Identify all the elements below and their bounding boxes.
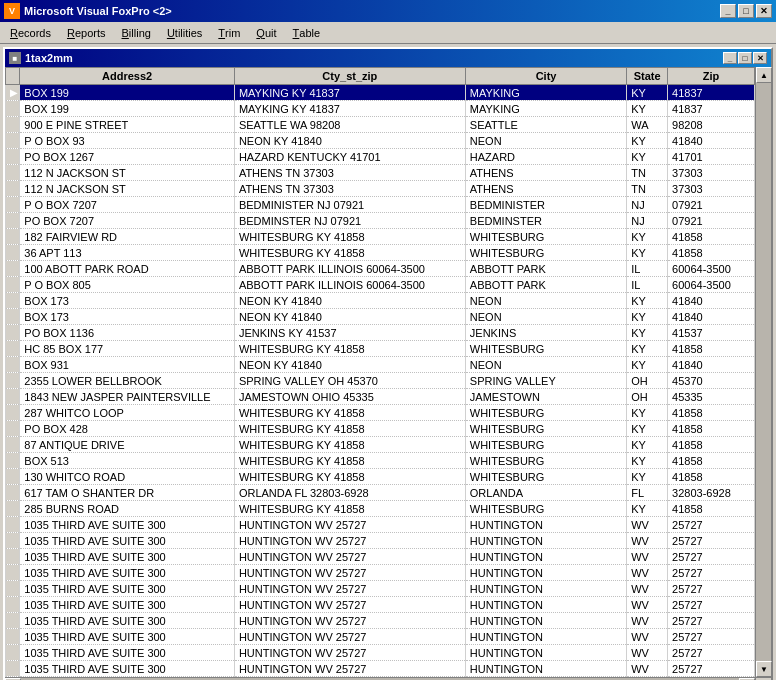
cell-zip: 25727	[668, 517, 755, 533]
table-row[interactable]: 285 BURNS ROADWHITESBURG KY 41858WHITESB…	[6, 501, 755, 517]
table-row[interactable]: 1035 THIRD AVE SUITE 300HUNTINGTON WV 25…	[6, 565, 755, 581]
table-row[interactable]: BOX 173NEON KY 41840NEONKY41840	[6, 293, 755, 309]
inner-minimize-button[interactable]: _	[723, 52, 737, 64]
cell-city: WHITESBURG	[465, 421, 626, 437]
table-row[interactable]: 1035 THIRD AVE SUITE 300HUNTINGTON WV 25…	[6, 613, 755, 629]
cell-address2: BOX 173	[20, 293, 235, 309]
menu-trim[interactable]: Trim	[210, 23, 248, 43]
close-button[interactable]: ✕	[756, 4, 772, 18]
col-cty-header[interactable]: Cty_st_zip	[234, 68, 465, 85]
table-row[interactable]: P O BOX 93NEON KY 41840NEONKY41840	[6, 133, 755, 149]
cell-address2: 87 ANTIQUE DRIVE	[20, 437, 235, 453]
cell-city: WHITESBURG	[465, 469, 626, 485]
cell-address2: 1035 THIRD AVE SUITE 300	[20, 581, 235, 597]
inner-window-icon: ■	[9, 52, 21, 64]
row-indicator	[6, 389, 20, 405]
cell-state: KY	[627, 85, 668, 101]
col-city-header[interactable]: City	[465, 68, 626, 85]
table-row[interactable]: BOX 931NEON KY 41840NEONKY41840	[6, 357, 755, 373]
table-row[interactable]: 130 WHITCO ROADWHITESBURG KY 41858WHITES…	[6, 469, 755, 485]
cell-address2: 1035 THIRD AVE SUITE 300	[20, 613, 235, 629]
table-row[interactable]: PO BOX 428WHITESBURG KY 41858WHITESBURGK…	[6, 421, 755, 437]
cell-state: WV	[627, 565, 668, 581]
cell-cty_st_zip: WHITESBURG KY 41858	[234, 229, 465, 245]
inner-close-button[interactable]: ✕	[753, 52, 767, 64]
cell-city: HUNTINGTON	[465, 629, 626, 645]
table-row[interactable]: BOX 199MAYKING KY 41837MAYKINGKY41837	[6, 101, 755, 117]
table-row[interactable]: 36 APT 113WHITESBURG KY 41858WHITESBURGK…	[6, 245, 755, 261]
table-row[interactable]: 1035 THIRD AVE SUITE 300HUNTINGTON WV 25…	[6, 517, 755, 533]
cell-state: WV	[627, 629, 668, 645]
table-row[interactable]: 87 ANTIQUE DRIVEWHITESBURG KY 41858WHITE…	[6, 437, 755, 453]
table-row[interactable]: ▶BOX 199MAYKING KY 41837MAYKINGKY41837	[6, 85, 755, 101]
table-row[interactable]: PO BOX 1136JENKINS KY 41537JENKINSKY4153…	[6, 325, 755, 341]
table-row[interactable]: P O BOX 805ABBOTT PARK ILLINOIS 60064-35…	[6, 277, 755, 293]
table-row[interactable]: 1035 THIRD AVE SUITE 300HUNTINGTON WV 25…	[6, 645, 755, 661]
menu-quit[interactable]: Quit	[248, 23, 284, 43]
cell-cty_st_zip: WHITESBURG KY 41858	[234, 341, 465, 357]
table-row[interactable]: 1035 THIRD AVE SUITE 300HUNTINGTON WV 25…	[6, 533, 755, 549]
table-row[interactable]: 2355 LOWER BELLBROOKSPRING VALLEY OH 453…	[6, 373, 755, 389]
menu-reports[interactable]: Reports	[59, 23, 114, 43]
cell-address2: 1035 THIRD AVE SUITE 300	[20, 661, 235, 677]
scroll-track[interactable]	[756, 83, 771, 661]
cell-city: JAMESTOWN	[465, 389, 626, 405]
cell-state: KY	[627, 405, 668, 421]
inner-maximize-button[interactable]: □	[738, 52, 752, 64]
cell-state: TN	[627, 181, 668, 197]
cell-cty_st_zip: HUNTINGTON WV 25727	[234, 661, 465, 677]
minimize-button[interactable]: _	[720, 4, 736, 18]
table-row[interactable]: 182 FAIRVIEW RDWHITESBURG KY 41858WHITES…	[6, 229, 755, 245]
menu-utilities[interactable]: Utilities	[159, 23, 210, 43]
table-row[interactable]: PO BOX 1267HAZARD KENTUCKY 41701HAZARDKY…	[6, 149, 755, 165]
table-row[interactable]: 112 N JACKSON STATHENS TN 37303ATHENSTN3…	[6, 165, 755, 181]
table-row[interactable]: 1035 THIRD AVE SUITE 300HUNTINGTON WV 25…	[6, 629, 755, 645]
table-row[interactable]: BOX 173NEON KY 41840NEONKY41840	[6, 309, 755, 325]
table-row[interactable]: HC 85 BOX 177WHITESBURG KY 41858WHITESBU…	[6, 341, 755, 357]
vertical-scrollbar[interactable]: ▲ ▼	[755, 67, 771, 677]
table-row[interactable]: 100 ABOTT PARK ROADABBOTT PARK ILLINOIS …	[6, 261, 755, 277]
table-row[interactable]: 617 TAM O SHANTER DRORLANDA FL 32803-692…	[6, 485, 755, 501]
col-state-header[interactable]: State	[627, 68, 668, 85]
cell-address2: 182 FAIRVIEW RD	[20, 229, 235, 245]
cell-state: WV	[627, 645, 668, 661]
cell-city: HUNTINGTON	[465, 517, 626, 533]
table-row[interactable]: PO BOX 7207BEDMINSTER NJ 07921BEDMINSTER…	[6, 213, 755, 229]
menu-records[interactable]: Records	[2, 23, 59, 43]
col-zip-header[interactable]: Zip	[668, 68, 755, 85]
table-row[interactable]: 1843 NEW JASPER PAINTERSVILLEJAMESTOWN O…	[6, 389, 755, 405]
maximize-button[interactable]: □	[738, 4, 754, 18]
table-row[interactable]: 112 N JACKSON STATHENS TN 37303ATHENSTN3…	[6, 181, 755, 197]
table-row[interactable]: 1035 THIRD AVE SUITE 300HUNTINGTON WV 25…	[6, 549, 755, 565]
table-row[interactable]: 1035 THIRD AVE SUITE 300HUNTINGTON WV 25…	[6, 661, 755, 677]
menu-table[interactable]: Table	[285, 23, 329, 43]
cell-cty_st_zip: NEON KY 41840	[234, 293, 465, 309]
cell-zip: 41837	[668, 101, 755, 117]
inner-title-bar: ■ 1tax2mm _ □ ✕	[5, 49, 771, 67]
cell-state: WV	[627, 597, 668, 613]
cell-address2: 112 N JACKSON ST	[20, 165, 235, 181]
cell-address2: BOX 513	[20, 453, 235, 469]
table-row[interactable]: P O BOX 7207BEDMINISTER NJ 07921BEDMINIS…	[6, 197, 755, 213]
table-row[interactable]: 1035 THIRD AVE SUITE 300HUNTINGTON WV 25…	[6, 581, 755, 597]
cell-cty_st_zip: WHITESBURG KY 41858	[234, 245, 465, 261]
menu-billing[interactable]: Billing	[114, 23, 159, 43]
col-address2-header[interactable]: Address2	[20, 68, 235, 85]
cell-address2: HC 85 BOX 177	[20, 341, 235, 357]
table-row[interactable]: BOX 513WHITESBURG KY 41858WHITESBURGKY41…	[6, 453, 755, 469]
cell-address2: 36 APT 113	[20, 245, 235, 261]
scroll-up-button[interactable]: ▲	[756, 67, 772, 83]
data-table: Address2 Cty_st_zip City State Zip ▶BOX …	[5, 67, 755, 677]
table-row[interactable]: 900 E PINE STREETSEATTLE WA 98208SEATTLE…	[6, 117, 755, 133]
cell-zip: 60064-3500	[668, 261, 755, 277]
table-row[interactable]: 1035 THIRD AVE SUITE 300HUNTINGTON WV 25…	[6, 597, 755, 613]
table-row[interactable]: 287 WHITCO LOOPWHITESBURG KY 41858WHITES…	[6, 405, 755, 421]
cell-cty_st_zip: JAMESTOWN OHIO 45335	[234, 389, 465, 405]
row-indicator	[6, 597, 20, 613]
scroll-down-button[interactable]: ▼	[756, 661, 772, 677]
cell-address2: 2355 LOWER BELLBROOK	[20, 373, 235, 389]
row-indicator	[6, 309, 20, 325]
cell-address2: 287 WHITCO LOOP	[20, 405, 235, 421]
cell-city: NEON	[465, 309, 626, 325]
cell-address2: BOX 173	[20, 309, 235, 325]
